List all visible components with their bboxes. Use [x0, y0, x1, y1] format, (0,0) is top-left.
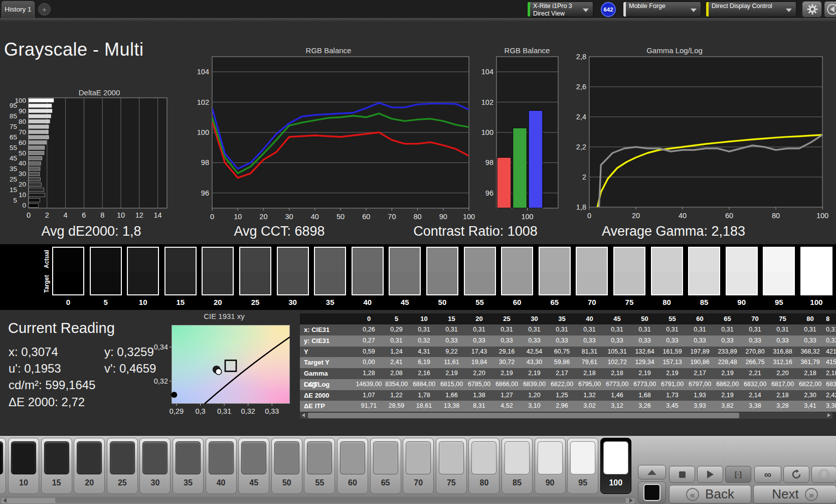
swatch-level-label: 75 [613, 298, 645, 306]
table-cell: 102,72 [603, 357, 631, 368]
stop-button[interactable] [669, 466, 695, 483]
level-swatch [603, 441, 628, 474]
scroll-right-icon[interactable] [629, 498, 633, 503]
target-half [128, 271, 158, 295]
level-button-label: 15 [42, 478, 72, 487]
level-button-55[interactable]: 55 [304, 438, 335, 494]
levels-scrollbar[interactable] [1, 497, 635, 503]
refresh-button[interactable] [783, 466, 809, 483]
table-cell: 270,80 [741, 347, 769, 358]
chevron-down-icon [583, 9, 589, 12]
table-cell: 0,31 [769, 324, 796, 335]
current-patch-button[interactable] [638, 481, 666, 503]
deltae-bar-60 [29, 140, 47, 144]
level-button-25[interactable]: 25 [107, 438, 138, 494]
continuous-measure-button[interactable]: ∞ [754, 466, 781, 483]
swatch-level-label: 40 [352, 298, 384, 306]
actual-half [764, 248, 794, 271]
table-scrollbar-thumb[interactable] [308, 413, 739, 418]
target-label: Target [43, 272, 51, 296]
level-swatch [340, 441, 365, 474]
table-cell: 190,86 [686, 357, 714, 368]
level-button-45[interactable]: 45 [238, 438, 269, 494]
level-button-label: 90 [535, 478, 565, 487]
level-button-15[interactable]: 15 [41, 438, 72, 494]
level-swatch [11, 441, 36, 474]
swatch-level-label: 15 [164, 298, 197, 306]
target-half [240, 271, 270, 295]
level-button-65[interactable]: 65 [370, 438, 401, 494]
table-cell: 0,33 [741, 335, 769, 347]
stop-icon [679, 471, 686, 478]
svg-text:20: 20 [259, 213, 267, 221]
pattern-up-button[interactable] [638, 465, 666, 479]
level-button-40[interactable]: 40 [206, 438, 237, 494]
collapse-panel-button[interactable] [824, 1, 836, 18]
level-button-90[interactable]: 90 [535, 438, 566, 494]
bottom-toolbar: 5101520253035404550556065707580859095100… [0, 435, 836, 504]
table-cell: 3,38 [741, 401, 769, 412]
level-button-80[interactable]: 80 [468, 438, 499, 494]
grayscale-swatch-80: 80 [651, 247, 683, 306]
table-cell: 129,34 [631, 357, 658, 368]
svg-text:5: 5 [13, 197, 17, 204]
swatch-level-label: 55 [464, 298, 496, 306]
settings-button[interactable] [802, 1, 822, 18]
tab-history-1[interactable]: History 1 [2, 1, 35, 18]
actual-half [240, 248, 270, 271]
meter-dropdown[interactable]: X-Rite i1Pro 3Direct View [527, 2, 593, 17]
svg-text:10: 10 [117, 211, 125, 219]
level-button-50[interactable]: 50 [271, 438, 302, 494]
table-cell: 6866,00 [493, 379, 521, 390]
grayscale-swatch-85: 85 [688, 247, 720, 306]
scroll-left-icon[interactable] [3, 498, 7, 503]
level-button-95[interactable]: 95 [567, 438, 598, 494]
level-swatch [274, 441, 299, 474]
add-tab-button[interactable]: + [38, 3, 51, 16]
table-column-header: 0 [355, 313, 383, 324]
svg-text:2: 2 [582, 173, 586, 181]
table-cell: 0,31 [741, 324, 769, 335]
table-cell: 4,52 [493, 401, 521, 412]
scroll-right-icon[interactable] [827, 413, 830, 417]
table-cell: 1,20 [521, 390, 548, 401]
table-cell: 0,33 [603, 335, 631, 347]
level-button-70[interactable]: 70 [403, 438, 434, 494]
table-cell: 157,13 [658, 357, 686, 368]
level-swatch [110, 441, 135, 474]
level-swatch [439, 441, 464, 474]
source-dropdown[interactable]: Mobile Forge [623, 2, 701, 17]
level-button-100[interactable]: 100 [600, 438, 631, 494]
level-button-85[interactable]: 85 [501, 438, 533, 494]
svg-text:2: 2 [45, 211, 49, 219]
level-button-60[interactable]: 60 [337, 438, 368, 494]
status-button[interactable] [811, 466, 836, 483]
actual-half [128, 248, 158, 271]
next-button[interactable]: Next » [753, 485, 836, 503]
level-swatch [77, 441, 102, 474]
svg-text:25: 25 [10, 176, 17, 183]
table-cell: 9,22 [438, 347, 465, 358]
back-button[interactable]: « Back [669, 485, 751, 503]
level-button-75[interactable]: 75 [436, 438, 467, 494]
meter-status-stripe [528, 2, 530, 17]
level-button-20[interactable]: 20 [74, 438, 105, 494]
scroll-left-icon[interactable] [302, 413, 305, 417]
svg-text:90: 90 [19, 107, 26, 115]
svg-text:2,4: 2,4 [576, 113, 586, 121]
levels-scrollbar-thumb[interactable] [55, 497, 626, 503]
level-button-30[interactable]: 30 [139, 438, 171, 494]
pattern-window-button[interactable]: [·] [725, 466, 751, 483]
table-cell: 6795,00 [576, 379, 603, 390]
level-button-35[interactable]: 35 [173, 438, 204, 494]
display-control-dropdown[interactable]: Direct Display Control [706, 2, 796, 17]
play-button[interactable] [697, 466, 723, 483]
table-scrollbar[interactable] [300, 412, 832, 419]
level-button-10[interactable]: 10 [8, 438, 39, 494]
table-column-header: 50 [631, 313, 658, 324]
back-arrow-icon: « [686, 488, 699, 501]
table-cell: 2,21 [741, 368, 769, 379]
table-row: Gamma Log/Log1,282,082,162,192,202,192,1… [300, 368, 836, 379]
level-button-5[interactable]: 5 [0, 438, 6, 494]
grayscale-swatch-55: 55 [464, 247, 496, 306]
